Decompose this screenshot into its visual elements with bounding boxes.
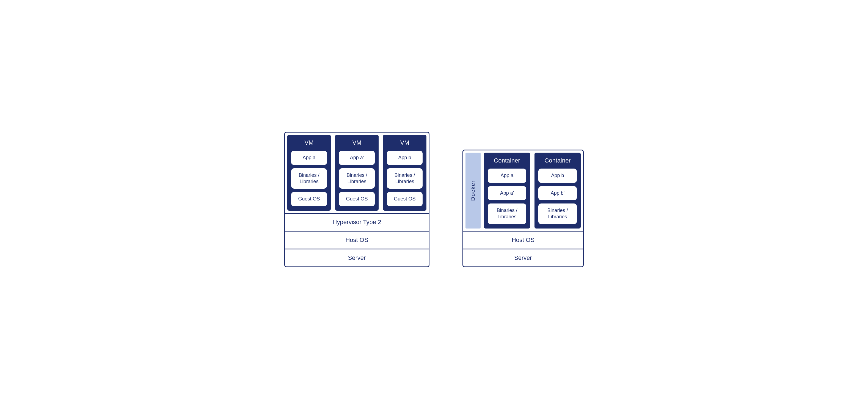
vm-server-row: Server (284, 249, 430, 267)
vm-column-2: VM App a' Binaries / Libraries Guest OS (335, 135, 379, 211)
docker-host-os-row: Host OS (462, 231, 584, 249)
docker-server-row: Server (462, 249, 584, 267)
vm-app-b: App b (387, 151, 423, 165)
container-app-a: App a (488, 168, 526, 183)
vm-label-1: VM (305, 139, 314, 146)
container-column-1: Container App a App a' Binaries / Librar… (484, 153, 530, 228)
diagrams-container: VM App a Binaries / Libraries Guest OS V… (284, 132, 584, 267)
container-column-2: Container App b App b' Binaries / Librar… (534, 153, 581, 228)
hypervisor-row: Hypervisor Type 2 (284, 213, 430, 231)
vm-app-a-prime: App a' (339, 151, 375, 165)
docker-top-section: Docker Container App a App a' Binaries /… (462, 150, 584, 231)
container-binaries-2: Binaries / Libraries (538, 204, 577, 224)
vm-binaries-3: Binaries / Libraries (387, 168, 423, 189)
vm-binaries-1: Binaries / Libraries (291, 168, 327, 189)
vm-column-3: VM App b Binaries / Libraries Guest OS (383, 135, 427, 211)
vm-label-2: VM (352, 139, 362, 146)
container-app-b: App b (538, 168, 577, 183)
vm-diagram: VM App a Binaries / Libraries Guest OS V… (284, 132, 430, 267)
vm-label-3: VM (400, 139, 409, 146)
vm-guest-os-1: Guest OS (291, 192, 327, 206)
container-binaries-1: Binaries / Libraries (488, 204, 526, 224)
docker-diagram: Docker Container App a App a' Binaries /… (462, 150, 584, 267)
container-app-b-prime: App b' (538, 186, 577, 200)
vm-guest-os-3: Guest OS (387, 192, 423, 206)
docker-label: Docker (470, 180, 476, 201)
vm-host-os-row: Host OS (284, 231, 430, 249)
vm-top-section: VM App a Binaries / Libraries Guest OS V… (284, 132, 430, 213)
container-label-2: Container (545, 157, 570, 164)
container-app-a-prime: App a' (488, 186, 526, 200)
vm-binaries-2: Binaries / Libraries (339, 168, 375, 189)
vm-guest-os-2: Guest OS (339, 192, 375, 206)
container-label-1: Container (494, 157, 520, 164)
vm-column-1: VM App a Binaries / Libraries Guest OS (287, 135, 331, 211)
docker-sidebar: Docker (465, 153, 480, 228)
vm-app-a: App a (291, 151, 327, 165)
